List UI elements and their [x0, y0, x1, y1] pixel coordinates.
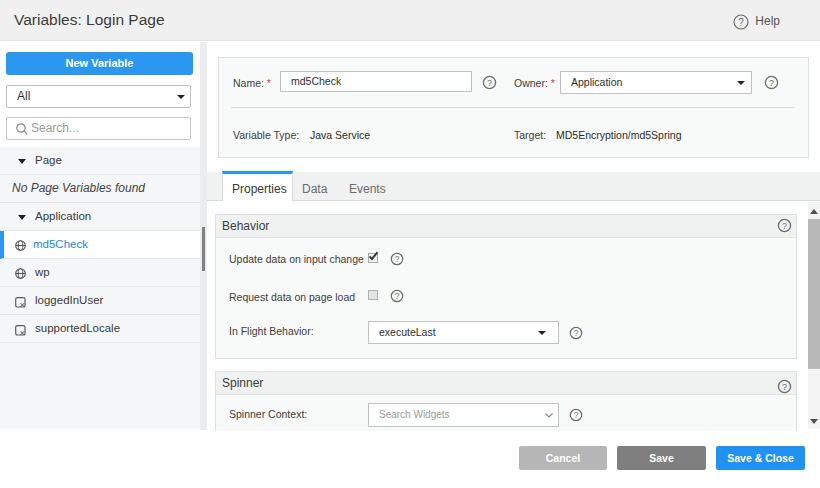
svg-text:?: ? [739, 17, 745, 28]
svg-text:?: ? [782, 221, 787, 231]
svg-text:?: ? [782, 382, 787, 392]
svg-text:?: ? [769, 78, 774, 88]
svg-text:?: ? [395, 254, 400, 264]
svg-text:?: ? [574, 328, 579, 338]
svg-text:?: ? [574, 410, 579, 420]
svg-text:?: ? [395, 291, 400, 301]
svg-text:?: ? [487, 78, 492, 88]
